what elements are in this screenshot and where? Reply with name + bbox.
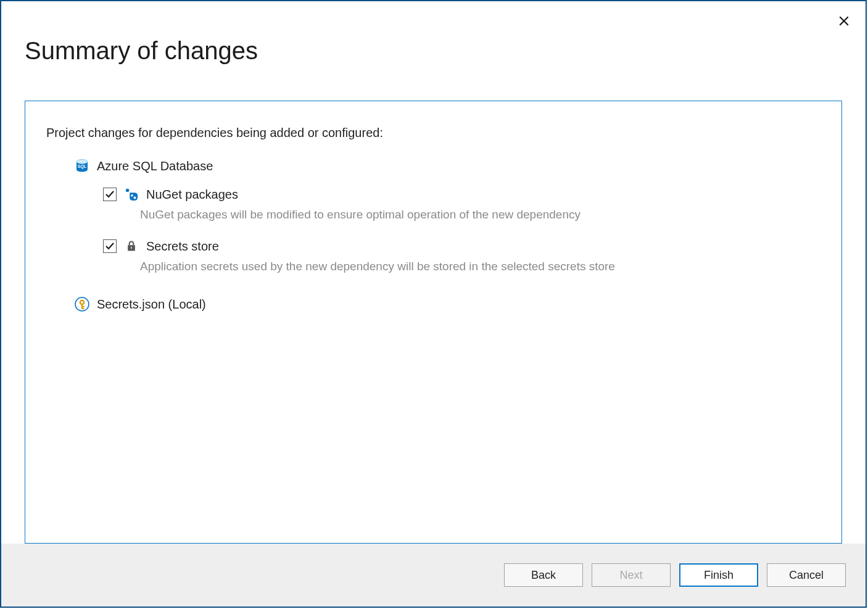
nuget-title: NuGet packages [146, 188, 238, 202]
back-button[interactable]: Back [504, 563, 583, 587]
finish-button[interactable]: Finish [679, 563, 758, 587]
svg-text:SQL: SQL [78, 164, 87, 169]
secrets-title: Secrets store [146, 239, 219, 254]
nuget-icon [124, 187, 139, 202]
change-item-nuget: NuGet packages NuGet packages will be mo… [103, 187, 820, 222]
azure-sql-icon: SQL [75, 159, 89, 173]
svg-rect-7 [131, 247, 132, 249]
secrets-description: Application secrets used by the new depe… [140, 260, 820, 273]
svg-point-1 [76, 160, 88, 164]
close-icon[interactable] [838, 12, 849, 30]
change-item-secrets: Secrets store Application secrets used b… [103, 239, 820, 273]
content-area: Project changes for dependencies being a… [1, 65, 866, 544]
changes-panel: Project changes for dependencies being a… [25, 101, 842, 544]
secrets-target-label: Secrets.json (Local) [97, 297, 206, 312]
cancel-button[interactable]: Cancel [767, 563, 846, 587]
secrets-checkbox[interactable] [103, 239, 117, 253]
page-title: Summary of changes [25, 37, 842, 65]
dialog-footer: Back Next Finish Cancel [1, 544, 866, 607]
lock-icon [124, 239, 139, 254]
svg-point-4 [131, 194, 133, 197]
secrets-target-row: Secrets.json (Local) [75, 297, 820, 312]
svg-point-3 [126, 189, 130, 193]
key-icon [75, 297, 89, 312]
dependency-row: SQL Azure SQL Database [75, 159, 820, 173]
dialog-window: Summary of changes Project changes for d… [0, 0, 867, 608]
header: Summary of changes [1, 1, 866, 65]
dependency-name: Azure SQL Database [97, 159, 213, 173]
intro-text: Project changes for dependencies being a… [46, 126, 820, 140]
nuget-checkbox[interactable] [103, 188, 117, 201]
next-button: Next [592, 563, 671, 587]
svg-point-5 [133, 196, 136, 199]
nuget-description: NuGet packages will be modified to ensur… [140, 208, 820, 222]
